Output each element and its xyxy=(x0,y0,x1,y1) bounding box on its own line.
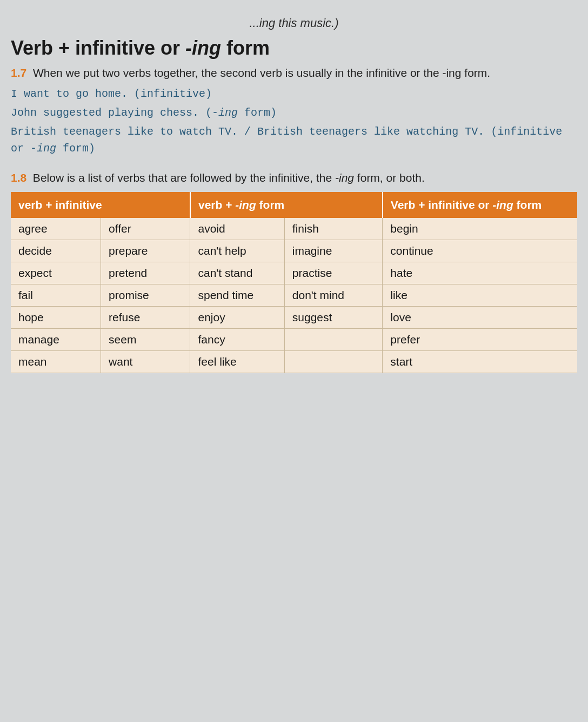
ing-col1-1: avoid xyxy=(190,218,284,240)
section-1-7-intro: 1.7 When we put two verbs together, the … xyxy=(11,65,577,81)
header-both: Verb + infinitive or -ing form xyxy=(383,192,577,218)
inf-col1-4: fail xyxy=(11,284,101,306)
example-1: I want to go home. (infinitive) xyxy=(11,85,577,102)
section-title: Verb + infinitive or -ing form xyxy=(11,37,577,59)
ing-col2-2: imagine xyxy=(284,240,383,262)
inf-col2-6: seem xyxy=(101,328,190,350)
example-3: British teenagers like to watch TV. / Br… xyxy=(11,123,577,157)
inf-col1-3: expect xyxy=(11,262,101,284)
table-row: expect pretend can't stand practise hate xyxy=(11,262,577,284)
table-row: mean want feel like start xyxy=(11,350,577,373)
both-col-3: hate xyxy=(383,262,577,284)
ing-col2-1: finish xyxy=(284,218,383,240)
table-row: manage seem fancy prefer xyxy=(11,328,577,350)
inf-col2-5: refuse xyxy=(101,306,190,328)
inf-col1-5: hope xyxy=(11,306,101,328)
ing-col1-6: fancy xyxy=(190,328,284,350)
both-col-1: begin xyxy=(383,218,577,240)
inf-col1-2: decide xyxy=(11,240,101,262)
table-row: fail promise spend time don't mind like xyxy=(11,284,577,306)
ing-col1-2: can't help xyxy=(190,240,284,262)
table-row: decide prepare can't help imagine contin… xyxy=(11,240,577,262)
ing-col2-5: suggest xyxy=(284,306,383,328)
inf-col1-7: mean xyxy=(11,350,101,373)
ing-col1-5: enjoy xyxy=(190,306,284,328)
top-crop-text: ...ing this music.) xyxy=(11,16,577,30)
ing-col2-4: don't mind xyxy=(284,284,383,306)
ing-col1-7: feel like xyxy=(190,350,284,373)
both-col-2: continue xyxy=(383,240,577,262)
both-col-4: like xyxy=(383,284,577,306)
inf-col2-7: want xyxy=(101,350,190,373)
both-col-6: prefer xyxy=(383,328,577,350)
both-col-5: love xyxy=(383,306,577,328)
inf-col1-6: manage xyxy=(11,328,101,350)
ing-col2-3: practise xyxy=(284,262,383,284)
ing-col1-3: can't stand xyxy=(190,262,284,284)
inf-col1-1: agree xyxy=(11,218,101,240)
header-ing: verb + -ing form xyxy=(190,192,383,218)
inf-col2-1: offer xyxy=(101,218,190,240)
table-row: hope refuse enjoy suggest love xyxy=(11,306,577,328)
inf-col2-3: pretend xyxy=(101,262,190,284)
both-col-7: start xyxy=(383,350,577,373)
table-row: agree offer avoid finish begin xyxy=(11,218,577,240)
ing-col1-4: spend time xyxy=(190,284,284,306)
section-1-8-intro: 1.8 Below is a list of verbs that are fo… xyxy=(11,170,577,186)
header-infinitive: verb + infinitive xyxy=(11,192,190,218)
verb-table: verb + infinitive verb + -ing form Verb … xyxy=(11,192,577,373)
example-2: John suggested playing chess. (-ing form… xyxy=(11,104,577,121)
ing-col2-7 xyxy=(284,350,383,373)
ing-col2-6 xyxy=(284,328,383,350)
inf-col2-2: prepare xyxy=(101,240,190,262)
inf-col2-4: promise xyxy=(101,284,190,306)
